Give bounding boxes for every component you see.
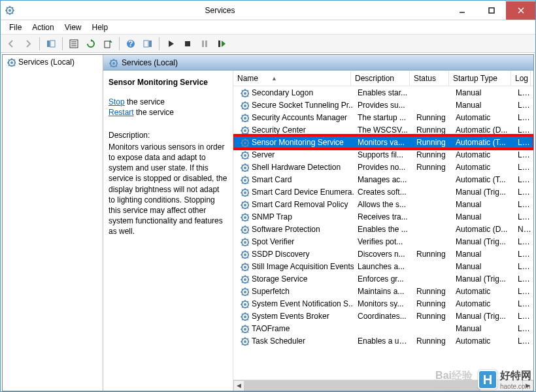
close-button[interactable] xyxy=(506,1,535,20)
table-row[interactable]: Smart Card Removal PolicyAllows the s...… xyxy=(233,198,533,210)
start-service-button[interactable] xyxy=(163,36,178,52)
table-row[interactable]: System Event Notification S...Monitors s… xyxy=(233,297,533,310)
selected-service-name: Sensor Monitoring Service xyxy=(109,77,227,88)
gear-icon xyxy=(240,125,249,135)
list-body[interactable]: Secondary LogonEnables star...ManualLocS… xyxy=(233,86,533,380)
svg-rect-28 xyxy=(218,41,220,47)
properties-button[interactable] xyxy=(66,36,82,52)
svg-rect-25 xyxy=(185,41,190,46)
menu-bar: File Action View Help xyxy=(1,20,535,35)
title-bar: Services xyxy=(1,1,535,20)
svg-rect-11 xyxy=(489,8,494,13)
svg-rect-15 xyxy=(50,41,55,47)
table-row[interactable]: ServerSupports fil...RunningAutomaticLoc xyxy=(233,148,533,161)
pause-service-button[interactable] xyxy=(197,36,212,52)
gear-icon xyxy=(240,336,249,346)
table-row[interactable]: Sensor Monitoring ServiceMonitors va...R… xyxy=(233,136,533,148)
svg-rect-26 xyxy=(202,41,204,47)
minimize-button[interactable] xyxy=(447,1,477,20)
table-row[interactable]: Secondary LogonEnables star...ManualLoc xyxy=(233,86,533,99)
restart-link[interactable]: Restart xyxy=(109,108,134,117)
restart-service-button[interactable] xyxy=(214,36,229,52)
svg-rect-27 xyxy=(205,41,207,47)
gear-icon xyxy=(109,58,118,67)
gear-icon xyxy=(240,225,249,234)
column-description[interactable]: Description xyxy=(351,71,410,86)
gear-icon xyxy=(240,312,249,321)
main-area: Services (Local) Services (Local) Sensor… xyxy=(2,54,534,391)
gear-icon xyxy=(240,101,249,110)
help-button[interactable]: ? xyxy=(123,36,139,52)
gear-icon xyxy=(240,150,249,159)
table-row[interactable]: System Events BrokerCoordinates...Runnin… xyxy=(233,310,533,322)
gear-icon xyxy=(240,88,249,97)
list-header: Name▲ Description Status Startup Type Lo… xyxy=(233,71,533,86)
svg-rect-14 xyxy=(47,41,50,47)
watermark: Bai经验 jingyan H 好特网 haote.com xyxy=(435,369,531,390)
menu-help[interactable]: Help xyxy=(87,22,114,33)
toolbar: ? xyxy=(1,35,535,53)
forward-button[interactable] xyxy=(20,36,36,52)
table-row[interactable]: TAOFrameManualLoc xyxy=(233,322,533,335)
maximize-button[interactable] xyxy=(477,1,506,20)
table-row[interactable]: Security Accounts ManagerThe startup ...… xyxy=(233,111,533,123)
table-row[interactable]: Security CenterThe WSCSV...RunningAutoma… xyxy=(233,123,533,136)
right-pane: Services (Local) Sensor Monitoring Servi… xyxy=(103,55,533,391)
gear-icon xyxy=(240,138,249,147)
gear-icon xyxy=(240,200,249,209)
description-label: Description: xyxy=(109,130,227,140)
table-row[interactable]: Secure Socket Tunneling Pr...Provides su… xyxy=(233,99,533,111)
show-hide-action-pane-button[interactable] xyxy=(140,36,156,52)
menu-view[interactable]: View xyxy=(59,22,87,33)
gear-icon xyxy=(240,262,249,271)
export-button[interactable] xyxy=(100,36,116,52)
haote-logo-icon: H xyxy=(478,370,497,389)
panel-header: Services (Local) xyxy=(103,55,533,71)
column-name[interactable]: Name▲ xyxy=(233,71,351,86)
gear-icon xyxy=(240,175,249,184)
column-status[interactable]: Status xyxy=(410,71,449,86)
table-row[interactable]: SuperfetchMaintains a...RunningAutomatic… xyxy=(233,285,533,297)
table-row[interactable]: Still Image Acquisition EventsLaunches a… xyxy=(233,260,533,272)
svg-text:?: ? xyxy=(128,39,133,48)
column-startup-type[interactable]: Startup Type xyxy=(449,71,511,86)
gear-icon xyxy=(240,237,249,246)
stop-service-button[interactable] xyxy=(180,36,195,52)
tree-node-label: Services (Local) xyxy=(18,57,75,67)
svg-rect-24 xyxy=(149,41,152,47)
sort-ascending-icon: ▲ xyxy=(271,75,277,82)
table-row[interactable]: Storage ServiceEnforces gr...Manual (Tri… xyxy=(233,272,533,285)
back-button[interactable] xyxy=(3,36,19,52)
column-log-on-as[interactable]: Log xyxy=(511,71,531,86)
console-tree: Services (Local) xyxy=(3,55,103,391)
app-icon xyxy=(5,5,15,16)
table-row[interactable]: Shell Hardware DetectionProvides no...Ru… xyxy=(233,161,533,173)
table-row[interactable]: Smart Card Device Enumera...Creates soft… xyxy=(233,186,533,198)
gear-icon xyxy=(240,250,249,259)
stop-link[interactable]: Stop xyxy=(109,97,125,106)
table-row[interactable]: Spot VerifierVerifies pot...Manual (Trig… xyxy=(233,235,533,248)
gear-icon xyxy=(240,274,249,284)
gear-icon xyxy=(7,57,16,67)
scroll-left-button[interactable]: ◀ xyxy=(233,380,244,391)
table-row[interactable]: Smart CardManages ac...Automatic (T...Lo… xyxy=(233,173,533,186)
gear-icon xyxy=(240,113,249,122)
gear-icon xyxy=(240,287,249,296)
refresh-button[interactable] xyxy=(83,36,99,52)
svg-rect-20 xyxy=(105,41,110,48)
table-row[interactable]: SNMP TrapReceives tra...ManualLoc xyxy=(233,210,533,223)
gear-icon xyxy=(240,212,249,221)
gear-icon xyxy=(240,163,249,172)
service-list: Name▲ Description Status Startup Type Lo… xyxy=(233,71,533,391)
detail-panel: Sensor Monitoring Service Stop the servi… xyxy=(103,71,233,391)
menu-file[interactable]: File xyxy=(4,22,27,33)
table-row[interactable]: SSDP DiscoveryDiscovers n...RunningManua… xyxy=(233,248,533,260)
table-row[interactable]: Task SchedulerEnables a us...RunningAuto… xyxy=(233,335,533,347)
menu-action[interactable]: Action xyxy=(27,22,59,33)
tree-node-services-local[interactable]: Services (Local) xyxy=(4,56,101,68)
table-row[interactable]: Software ProtectionEnables the ...Automa… xyxy=(233,223,533,235)
show-hide-tree-button[interactable] xyxy=(43,36,59,52)
panel-header-title: Services (Local) xyxy=(122,58,178,67)
window-title: Services xyxy=(19,6,447,15)
description-text: Monitors various sensors in order to exp… xyxy=(109,142,227,237)
